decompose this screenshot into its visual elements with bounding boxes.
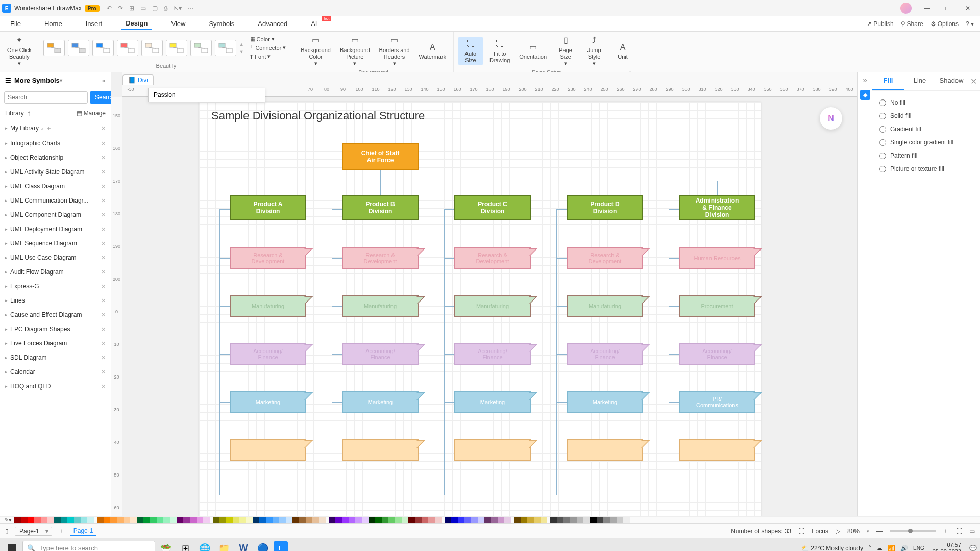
start-button[interactable] [3, 541, 20, 552]
color-swatch[interactable] [458, 517, 464, 523]
fit-page-icon[interactable]: ⛶ [956, 528, 962, 535]
onedrive-icon[interactable]: ☁ [876, 545, 883, 552]
fill-option[interactable]: Single color gradient fill [879, 136, 973, 149]
sidebar-item[interactable]: ▸Infographic Charts✕ [0, 136, 111, 151]
sidebar-item[interactable]: ▸UML Activity State Diagram✕ [0, 165, 111, 179]
color-swatch[interactable] [577, 517, 583, 523]
theme-thumb-8[interactable] [215, 40, 236, 56]
fill-option[interactable]: Picture or texture fill [879, 162, 973, 176]
org-dept-box[interactable] [230, 439, 306, 461]
save-icon[interactable]: ▢ [152, 5, 158, 12]
color-swatch[interactable] [534, 517, 541, 523]
library-label[interactable]: Library [5, 110, 24, 117]
remove-library-icon[interactable]: ✕ [101, 269, 106, 276]
menu-ai[interactable]: AIhot [307, 18, 321, 30]
close-button[interactable]: ✕ [958, 5, 978, 12]
language-icon[interactable]: ENG [913, 545, 924, 551]
color-swatch[interactable] [590, 517, 597, 523]
org-dept-box[interactable]: Marketing [454, 391, 531, 413]
remove-library-icon[interactable]: ✕ [101, 155, 106, 161]
color-swatch[interactable] [484, 517, 491, 523]
color-swatch[interactable] [603, 517, 610, 523]
present-icon[interactable]: ▷ [836, 528, 840, 535]
remove-library-icon[interactable]: ✕ [101, 326, 106, 333]
color-swatch[interactable] [130, 517, 137, 523]
sidebar-item[interactable]: ▸Object Relationship✕ [0, 151, 111, 165]
color-swatch[interactable] [266, 517, 273, 523]
sidebar-item[interactable]: ▸EPC Diagram Shapes✕ [0, 322, 111, 336]
volume-icon[interactable]: 🔊 [900, 545, 908, 552]
auto-size-button[interactable]: ⛶Auto Size [458, 37, 483, 65]
color-swatch[interactable] [253, 517, 259, 523]
color-swatch[interactable] [61, 517, 67, 523]
color-swatch[interactable] [74, 517, 81, 523]
color-swatch[interactable] [286, 517, 292, 523]
color-swatch[interactable] [28, 517, 34, 523]
zoom-in-button[interactable]: ＋ [943, 527, 949, 535]
color-swatch[interactable] [527, 517, 534, 523]
fill-option[interactable]: Gradient fill [879, 122, 973, 136]
fill-option[interactable]: Solid fill [879, 109, 973, 122]
org-dept-box[interactable]: Accounting/ Finance [567, 343, 643, 365]
org-dept-box[interactable]: Research & Development [342, 247, 419, 269]
color-swatch[interactable] [514, 517, 521, 523]
remove-library-icon[interactable]: ✕ [101, 183, 106, 190]
qat-more-icon[interactable]: ⋯ [188, 5, 194, 12]
remove-library-icon[interactable]: ✕ [101, 255, 106, 261]
document-tab[interactable]: 📘 Divi [122, 74, 154, 85]
watermark-button[interactable]: AWatermark [416, 40, 449, 61]
color-swatch[interactable] [564, 517, 570, 523]
color-swatch[interactable] [47, 517, 54, 523]
color-swatch[interactable] [478, 517, 484, 523]
color-swatch[interactable] [273, 517, 279, 523]
color-swatch[interactable] [150, 517, 157, 523]
menu-design[interactable]: Design [121, 17, 152, 30]
taskbar-clock[interactable]: 07:5725-09-2023 [929, 542, 964, 551]
color-swatch[interactable] [445, 517, 451, 523]
color-swatch[interactable] [362, 517, 369, 523]
color-swatch[interactable] [67, 517, 74, 523]
color-swatch[interactable] [239, 517, 246, 523]
sidebar-collapse-icon[interactable]: « [102, 77, 106, 84]
page-nav-icon[interactable]: ▯ [5, 528, 9, 535]
rpanel-close-icon[interactable]: ✕ [967, 72, 980, 90]
sidebar-item[interactable]: ▸Calendar✕ [0, 365, 111, 379]
color-swatch[interactable] [306, 517, 312, 523]
theme-connector-button[interactable]: └ Connector ▾ [250, 44, 286, 51]
color-swatch[interactable] [388, 517, 395, 523]
color-swatch[interactable] [408, 517, 415, 523]
sidebar-item[interactable]: ▸SDL Diagram✕ [0, 350, 111, 365]
theme-thumb-4[interactable] [117, 40, 138, 56]
color-swatch[interactable] [259, 517, 266, 523]
bg-color-button[interactable]: ▭Background Color ▾ [298, 34, 334, 68]
taskbar-search[interactable]: 🔍 Type here to search [22, 541, 155, 552]
color-swatch[interactable] [550, 517, 557, 523]
ai-assistant-bubble[interactable]: N [820, 107, 842, 130]
color-swatch[interactable] [203, 517, 210, 523]
color-swatch[interactable] [491, 517, 498, 523]
org-dept-box[interactable]: Manufaturing [454, 295, 531, 317]
color-swatch[interactable] [219, 517, 226, 523]
color-swatch[interactable] [312, 517, 319, 523]
fullscreen-icon[interactable]: ⛶ [798, 528, 804, 535]
theme-color-button[interactable]: ▦ Color ▾ [250, 36, 286, 42]
color-swatch[interactable] [617, 517, 623, 523]
remove-library-icon[interactable]: ✕ [101, 212, 106, 218]
color-swatch[interactable] [213, 517, 219, 523]
theme-font-button[interactable]: T Font ▾ [250, 53, 286, 60]
color-swatch[interactable] [435, 517, 442, 523]
remove-library-icon[interactable]: ✕ [101, 383, 106, 390]
help-icon[interactable]: ? ▾ [966, 20, 974, 28]
sidebar-item[interactable]: ▸Express-G✕ [0, 279, 111, 293]
wifi-icon[interactable]: 📶 [888, 545, 895, 552]
menu-advanced[interactable]: Advanced [254, 18, 291, 30]
org-dept-box[interactable] [567, 439, 643, 461]
org-division-box[interactable]: Product A Division [230, 195, 306, 220]
color-swatch[interactable] [415, 517, 422, 523]
color-swatch[interactable] [170, 517, 177, 523]
remove-library-icon[interactable]: ✕ [101, 140, 106, 147]
sidebar-item[interactable]: ▸Lines✕ [0, 293, 111, 308]
org-dept-box[interactable]: Research & Development [230, 247, 306, 269]
remove-library-icon[interactable]: ✕ [101, 125, 106, 132]
color-swatch[interactable] [451, 517, 458, 523]
